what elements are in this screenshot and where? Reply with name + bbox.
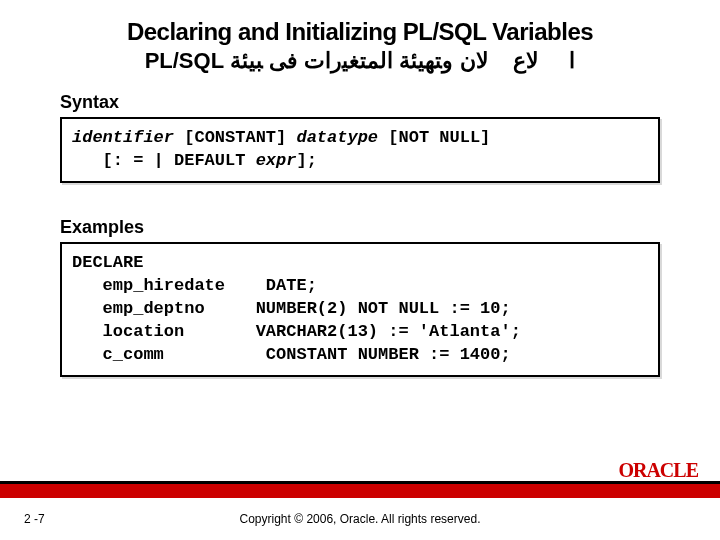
syntax-text-3: [: = | DEFAULT xyxy=(72,151,256,170)
syntax-heading: Syntax xyxy=(60,92,660,113)
syntax-text-2: [NOT NULL] xyxy=(378,128,490,147)
example-line-1: DECLARE xyxy=(72,253,143,272)
accent-bar xyxy=(0,484,720,498)
example-line-3: emp_deptno NUMBER(2) NOT NULL := 10; xyxy=(72,299,511,318)
copyright-text: Copyright © 2006, Oracle. All rights res… xyxy=(0,512,720,526)
example-line-2: emp_hiredate DATE; xyxy=(72,276,317,295)
examples-heading: Examples xyxy=(60,217,660,238)
subtitle-arabic-2: ﻻﻉ xyxy=(513,48,539,74)
oracle-logo: ORACLE xyxy=(618,459,698,482)
slide-title: Declaring and Initializing PL/SQL Variab… xyxy=(60,18,660,46)
example-line-5: c_comm CONSTANT NUMBER := 1400; xyxy=(72,345,511,364)
syntax-datatype: datatype xyxy=(296,128,378,147)
footer: 2 -7 Copyright © 2006, Oracle. All right… xyxy=(0,498,720,540)
syntax-text-4: ]; xyxy=(296,151,316,170)
example-line-4: location VARCHAR2(13) := 'Atlanta'; xyxy=(72,322,521,341)
page-number: 2 -7 xyxy=(24,512,45,526)
subtitle-arabic-3: ﺍ xyxy=(569,48,575,74)
slide-subtitle: PL/SQLﻻﻥ ﻭﺘﻬﻴﺌﺔ ﺍﻟﻤﺘﻐﻴﺭﺍﺕ ﻓﻰ ﺒﻴﺌﺔ ﻻﻉ ﺍ xyxy=(60,48,660,74)
slide-content: Declaring and Initializing PL/SQL Variab… xyxy=(0,0,720,377)
examples-box: DECLARE emp_hiredate DATE; emp_deptno NU… xyxy=(60,242,660,377)
syntax-identifier: identifier xyxy=(72,128,174,147)
syntax-text-1: [CONSTANT] xyxy=(174,128,296,147)
syntax-box: identifier [CONSTANT] datatype [NOT NULL… xyxy=(60,117,660,183)
subtitle-arabic-1: ﻻﻥ ﻭﺘﻬﻴﺌﺔ ﺍﻟﻤﺘﻐﻴﺭﺍﺕ ﻓﻰ ﺒﻴﺌﺔ xyxy=(230,48,488,74)
syntax-expr: expr xyxy=(256,151,297,170)
subtitle-plsql: PL/SQL xyxy=(145,48,224,73)
